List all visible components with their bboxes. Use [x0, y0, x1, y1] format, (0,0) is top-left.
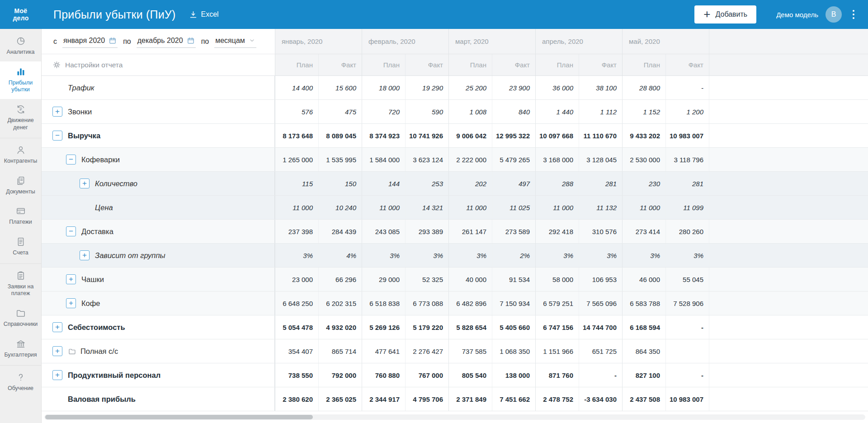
value-cell: 4 932 020: [318, 315, 362, 339]
sidebar-item-payment-requests[interactable]: Заявки на платеж: [0, 265, 41, 303]
row-label-cell: +Количество: [42, 172, 275, 195]
expand-button[interactable]: +: [80, 250, 90, 260]
value-cell: 2 222 000: [448, 148, 492, 171]
sidebar-item-directories[interactable]: Справочники: [0, 303, 41, 334]
row-label: Выручка: [68, 132, 100, 140]
scrollbar-thumb[interactable]: [45, 415, 313, 419]
from-date-field[interactable]: января 2020: [62, 35, 118, 48]
value-cell: 11 000: [362, 196, 405, 219]
expand-button[interactable]: +: [52, 370, 62, 380]
avatar[interactable]: B: [826, 6, 842, 23]
table-row: −Доставка237 398284 439243 085293 389261…: [42, 220, 868, 244]
value-cell: 2%: [492, 244, 535, 267]
report-table-body: Трафик14 40015 60018 00019 29025 20023 9…: [42, 76, 868, 411]
expand-button[interactable]: +: [52, 322, 62, 332]
value-cell: 14 321: [405, 196, 448, 219]
planfact-header-row: ПланФактПланФактПланФактПланФактПланФакт: [275, 54, 868, 76]
plan-header: План: [622, 54, 665, 75]
value-cell: 10 097 668: [535, 124, 579, 147]
month-header: апрель, 2020: [535, 29, 622, 54]
report-settings-button[interactable]: Настройки отчета: [42, 54, 275, 76]
analytics-icon: [2, 36, 39, 47]
value-cell: 273 589: [492, 220, 535, 243]
expand-button[interactable]: +: [80, 179, 90, 188]
value-cell: 6 583 788: [622, 291, 665, 315]
directories-icon: [2, 308, 39, 319]
sidebar-item-profit-loss[interactable]: Прибыли убытки: [0, 61, 41, 99]
sidebar-item-label: Счета: [2, 249, 39, 257]
table-row: +Количество11515014425320249728828123028…: [42, 172, 868, 196]
scrollbar-track[interactable]: [44, 414, 865, 420]
value-cell: 19 290: [405, 76, 448, 99]
value-cell: 7 565 096: [579, 291, 622, 315]
value-cell: 6 579 251: [535, 291, 579, 315]
row-label: Валовая прибыль: [68, 395, 136, 404]
value-cell: 11 132: [579, 196, 622, 219]
value-cell: 8 374 923: [362, 124, 405, 147]
table-row: +Себестоимость5 054 4784 932 0205 269 12…: [42, 315, 868, 339]
value-cell: 3%: [622, 244, 665, 267]
value-cell: 4%: [318, 244, 362, 267]
cash-flow-icon: ₽: [2, 104, 39, 115]
value-cell: 14 400: [275, 76, 318, 99]
kebab-menu-icon[interactable]: [845, 7, 862, 22]
value-cell: 1 200: [665, 100, 709, 123]
sidebar-divider: [0, 138, 41, 138]
value-cell: 46 000: [622, 268, 665, 291]
add-button[interactable]: + Добавить: [694, 5, 756, 24]
value-cell: 284 439: [318, 220, 362, 243]
period-value: месяцам: [215, 37, 245, 45]
value-cell: 25 200: [448, 76, 492, 99]
value-cell: 14 744 700: [579, 315, 622, 339]
table-row: −Выручка8 173 6488 089 0458 374 92310 74…: [42, 124, 868, 148]
value-cell: 23 900: [492, 76, 535, 99]
account-name[interactable]: Демо модель: [776, 11, 818, 19]
value-cell: 293 389: [405, 220, 448, 243]
value-cell: 23 000: [275, 268, 318, 291]
to-label: по: [123, 38, 131, 46]
sidebar-item-invoices[interactable]: Счета: [0, 231, 41, 262]
value-cell: 261 147: [448, 220, 492, 243]
to-date-field[interactable]: декабрь 2020: [137, 35, 196, 48]
table-row: +Зависит от группы3%4%3%3%3%2%3%3%3%3%: [42, 244, 868, 268]
row-label-cell: +Продуктивный персонал: [42, 363, 275, 387]
value-cell: 138 000: [492, 363, 535, 387]
gear-icon: [52, 61, 61, 69]
header-band-planfact: Настройки отчета ПланФактПланФактПланФак…: [42, 54, 868, 76]
value-cell: 3%: [665, 244, 709, 267]
from-label: с: [53, 38, 57, 46]
expand-button[interactable]: +: [52, 107, 62, 117]
expand-button[interactable]: +: [52, 346, 62, 356]
sidebar-item-accounting[interactable]: Бухгалтерия: [0, 334, 41, 364]
sidebar-item-education[interactable]: Обучение: [0, 367, 41, 398]
value-cell: 871 760: [535, 363, 579, 387]
period-label: по: [201, 38, 209, 46]
sidebar-item-payments[interactable]: Платежи: [0, 201, 41, 231]
horizontal-scrollbar: [42, 411, 868, 423]
value-cell: 4 795 706: [405, 387, 448, 411]
collapse-button[interactable]: −: [66, 226, 76, 236]
filter-bar: с января 2020 по декабрь 2020 по месяцам: [42, 29, 275, 54]
value-cell: 6 168 594: [622, 315, 665, 339]
page-title: Прибыли убытки (ПиУ): [53, 8, 175, 21]
value-cell: 5 054 478: [275, 315, 318, 339]
app-logo[interactable]: Моё дело: [0, 7, 42, 22]
excel-export-button[interactable]: Excel: [189, 10, 218, 19]
collapse-button[interactable]: −: [66, 155, 76, 164]
value-cell: 144: [362, 172, 405, 195]
expand-button[interactable]: +: [66, 274, 76, 284]
value-cell: 3 623 124: [405, 148, 448, 171]
sidebar-item-label: Прибыли убытки: [2, 80, 39, 94]
sidebar-item-contractors[interactable]: Контрагенты: [0, 140, 41, 170]
sidebar-item-cash-flow[interactable]: ₽Движение денег: [0, 99, 41, 136]
collapse-button[interactable]: −: [52, 131, 62, 141]
value-cell: 5 828 654: [448, 315, 492, 339]
sidebar-item-documents[interactable]: Документы: [0, 170, 41, 201]
period-select[interactable]: месяцам: [214, 35, 256, 48]
logo-line2: дело: [0, 14, 42, 22]
contractors-icon: [2, 145, 39, 155]
sidebar-item-analytics[interactable]: Аналитика: [0, 31, 41, 61]
row-label: Кофеварки: [81, 155, 120, 164]
expand-button[interactable]: +: [66, 298, 76, 308]
value-cell: 10 741 926: [405, 124, 448, 147]
